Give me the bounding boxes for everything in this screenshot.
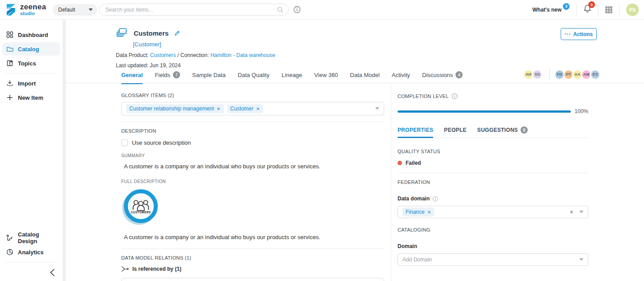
avatar[interactable]: SS xyxy=(532,69,542,80)
plus-icon xyxy=(6,94,13,101)
tab-suggestions[interactable]: SUGGESTIONS0 xyxy=(477,126,528,134)
domain-select[interactable]: Add Domain xyxy=(398,253,588,266)
completion-progress: 100% xyxy=(398,108,588,114)
tab-people[interactable]: PEOPLE xyxy=(444,126,466,134)
actions-button-label: Actions xyxy=(573,31,593,37)
actions-button[interactable]: Actions xyxy=(561,28,597,40)
info-icon xyxy=(293,6,301,13)
sidebar-item-label: Analytics xyxy=(18,249,44,256)
remove-chip-icon[interactable]: ✕ xyxy=(427,210,431,215)
brand-name: zeenea xyxy=(20,3,46,11)
documentation-panel: COMPLETION LEVEL 100% PROPERTIES PEOPLE … xyxy=(398,83,588,281)
app-switcher-button[interactable] xyxy=(605,6,612,13)
full-description-text: A customer is a company or an individual… xyxy=(124,234,384,240)
folder-icon xyxy=(6,45,13,53)
tab-properties[interactable]: PROPERTIES xyxy=(398,126,433,134)
domain-label: Domain xyxy=(398,243,588,249)
data-domain-chip[interactable]: Finance ✕ xyxy=(402,208,434,216)
checkbox-label: Use source description xyxy=(132,139,191,146)
workspace-selector[interactable]: Default xyxy=(53,4,97,16)
use-source-description-checkbox[interactable] xyxy=(121,139,128,146)
data-domain-select[interactable]: Finance ✕ ✕ xyxy=(398,206,588,218)
help-info-button[interactable] xyxy=(293,6,301,13)
item-meta: Data Product: Customers / Connection: Ha… xyxy=(116,52,275,58)
discussions-count-badge: 4 xyxy=(455,71,463,78)
chevron-down-icon[interactable] xyxy=(579,211,583,213)
sidebar-item-label: Catalog Design xyxy=(18,231,56,244)
tab-data-quality[interactable]: Data Quality xyxy=(238,70,270,83)
description-heading: DESCRIPTION xyxy=(121,128,384,134)
avatar[interactable]: ES xyxy=(590,69,600,80)
zeenea-logo-icon xyxy=(5,4,17,16)
analytics-pie-icon xyxy=(6,248,13,256)
glossary-chip[interactable]: Customer ✕ xyxy=(227,104,263,113)
chevron-down-icon[interactable] xyxy=(375,107,379,110)
notifications-button[interactable]: 0 xyxy=(583,4,591,15)
remove-chip-icon[interactable]: ✕ xyxy=(256,106,260,111)
sidebar-item-dashboard[interactable]: Dashboard xyxy=(2,28,60,41)
pencil-icon xyxy=(174,30,180,37)
info-icon[interactable] xyxy=(451,93,458,99)
suggestions-count-badge: 0 xyxy=(521,126,528,134)
clear-icon[interactable]: ✕ xyxy=(570,209,574,215)
topics-icon xyxy=(6,60,13,67)
related-item-card[interactable]: Invoice [Invoice] xyxy=(121,278,384,281)
divider xyxy=(121,248,384,249)
relation-type-label: Is referenced by (1) xyxy=(132,266,181,272)
divider xyxy=(391,83,391,281)
connection-link[interactable]: Hamilton - Data warehouse xyxy=(210,52,275,58)
edit-title-button[interactable] xyxy=(174,30,180,37)
summary-label: SUMMARY xyxy=(121,153,384,158)
glossary-items-select[interactable]: Customer relationship management ✕ Custo… xyxy=(121,102,384,115)
data-product-link[interactable]: Customers xyxy=(150,52,176,58)
remove-chip-icon[interactable]: ✕ xyxy=(217,106,220,111)
sidebar-item-label: Dashboard xyxy=(18,32,48,38)
meta-separator: / Connection: xyxy=(177,52,209,58)
sidebar-collapse-button[interactable] xyxy=(49,269,56,277)
data-domain-label: Data domain xyxy=(398,195,588,202)
sidebar-item-label: Topics xyxy=(18,60,36,67)
panel-tabs: PROPERTIES PEOPLE SUGGESTIONS0 xyxy=(398,126,588,138)
sidebar: Dashboard Catalog Topics Im xyxy=(0,20,62,281)
sidebar-item-catalog[interactable]: Catalog xyxy=(2,42,60,56)
dashboard-icon xyxy=(6,31,13,38)
user-avatar[interactable]: PS xyxy=(626,4,639,16)
glossary-heading: GLOSSARY ITEMS (2) xyxy=(121,93,384,98)
progress-fill xyxy=(398,110,571,113)
chevron-left-icon xyxy=(49,269,56,277)
tab-activity[interactable]: Activity xyxy=(392,70,410,83)
image-caption: CUSTOMERS xyxy=(131,211,151,214)
item-tabs: General Fields7 Sample Data Data Quality… xyxy=(121,70,463,83)
tab-lineage[interactable]: Lineage xyxy=(282,70,302,83)
tab-discussions[interactable]: Discussions4 xyxy=(422,70,463,83)
sidebar-item-new-item[interactable]: New Item xyxy=(2,91,60,104)
chevron-down-icon[interactable] xyxy=(579,258,583,261)
glossary-chip[interactable]: Customer relationship management ✕ xyxy=(126,104,224,113)
tab-data-model[interactable]: Data Model xyxy=(350,70,379,83)
sidebar-item-catalog-design[interactable]: Catalog Design xyxy=(2,231,60,244)
whats-new-link[interactable]: What's new 3 xyxy=(532,7,570,13)
quality-status-heading: QUALITY STATUS xyxy=(398,149,588,154)
relation-type-row: Is referenced by (1) xyxy=(121,266,384,272)
top-bar: zeenea studio Default What's new xyxy=(0,0,644,20)
sidebar-item-import[interactable]: Import xyxy=(2,77,60,90)
search-bar[interactable] xyxy=(99,4,289,16)
sidebar-item-topics[interactable]: Topics xyxy=(2,57,60,70)
tab-general[interactable]: General xyxy=(121,70,143,83)
notifications-badge: 0 xyxy=(588,1,595,8)
tab-view-360[interactable]: View 360 xyxy=(314,70,338,83)
tab-fields[interactable]: Fields7 xyxy=(155,70,180,83)
tab-sample-data[interactable]: Sample Data xyxy=(192,70,226,83)
divider xyxy=(550,69,550,80)
whats-new-label: What's new xyxy=(532,7,562,13)
customers-image: CUSTOMERS xyxy=(124,189,158,223)
last-updated: Last updated: Jun 19, 2024 xyxy=(116,62,275,69)
info-icon[interactable] xyxy=(432,196,438,202)
people-icon xyxy=(132,199,150,212)
stewards-avatars: AH SS FD PT AA AM ES xyxy=(525,69,600,80)
search-input[interactable] xyxy=(106,7,277,13)
failed-status-icon xyxy=(398,161,402,165)
relation-icon xyxy=(121,266,129,272)
quality-status-value: Failed xyxy=(398,160,588,166)
sidebar-item-analytics[interactable]: Analytics xyxy=(2,245,60,259)
